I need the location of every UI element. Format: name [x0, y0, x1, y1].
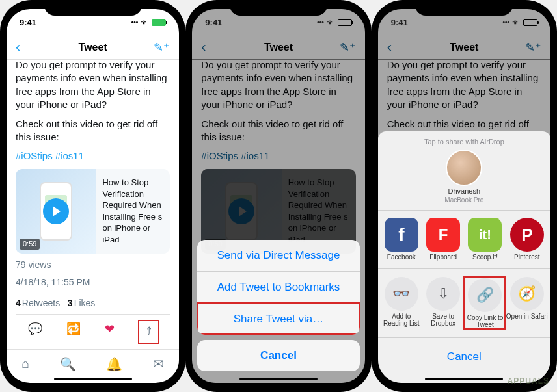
timestamp: 4/18/18, 11:55 PM: [16, 276, 170, 289]
tweet-stats[interactable]: 4Retweets 3Likes: [16, 293, 170, 315]
nav-bar: ‹ Tweet ✎⁺: [378, 35, 550, 60]
action-send-dm[interactable]: Send via Direct Message: [197, 240, 359, 271]
share-cancel[interactable]: Cancel: [378, 341, 550, 363]
facebook-icon: f: [385, 218, 418, 252]
status-time: 9:41: [391, 18, 408, 27]
divider: [378, 337, 550, 338]
home-indicator[interactable]: [425, 378, 503, 380]
share-pinterest[interactable]: P Pinterest: [506, 218, 548, 261]
signal-icon: •••: [131, 19, 139, 26]
status-time: 9:41: [205, 18, 222, 27]
contact-name: Dhvanesh: [448, 187, 481, 195]
phone-1: 9:41 ••• ᯤ ‹ Tweet ✎⁺ Do you get prompt …: [0, 0, 185, 392]
share-scoopit[interactable]: it! Scoop.it!: [464, 218, 506, 261]
divider: [378, 268, 550, 269]
compose-icon: ✎⁺: [525, 40, 541, 55]
flipboard-icon: F: [426, 218, 460, 252]
nav-bar: ‹ Tweet ✎⁺: [7, 35, 179, 60]
wifi-icon: ᯤ: [512, 18, 521, 27]
back-icon[interactable]: ‹: [16, 39, 20, 56]
screen-2: 9:41 ••• ᯤ ‹ Tweet ✎⁺ Do you get prompt …: [192, 9, 364, 383]
share-sheet: Tap to share with AirDrop Dhvanesh MacBo…: [378, 131, 550, 384]
video-card[interactable]: 0:59 How to Stop Verification Required W…: [16, 169, 170, 254]
watermark: APPUALS: [508, 376, 549, 385]
airdrop-hint: Tap to share with AirDrop: [378, 138, 550, 150]
wifi-icon: ᯤ: [327, 18, 335, 27]
tab-notifications[interactable]: 🔔: [106, 356, 122, 372]
tab-bar: ⌂ 🔍 🔔 ✉: [7, 349, 179, 378]
safari-icon: 🧭: [510, 277, 544, 311]
share-flipboard[interactable]: F Flipboard: [422, 218, 464, 261]
action-copy-link[interactable]: 🔗 Copy Link to Tweet: [464, 277, 506, 330]
notch: [44, 0, 142, 16]
tweet-body-1: Do you get prompt to verify your payment…: [16, 59, 170, 111]
page-title: Tweet: [192, 42, 364, 53]
avatar: [446, 150, 482, 186]
divider: [378, 210, 550, 211]
scoopit-icon: it!: [468, 218, 502, 252]
phone-3: 9:41 ••• ᯤ ‹ Tweet ✎⁺ Do you get prompt …: [372, 0, 557, 392]
app-row: f Facebook F Flipboard it! Scoop.it! P P…: [378, 214, 550, 265]
link-icon: 🔗: [468, 278, 502, 312]
signal-icon: •••: [317, 19, 324, 26]
notch: [415, 0, 513, 16]
screen-1: 9:41 ••• ᯤ ‹ Tweet ✎⁺ Do you get prompt …: [7, 9, 179, 383]
tweet-body-2: Check out this video to get rid off this…: [201, 118, 355, 144]
mock-phone: [225, 182, 258, 241]
action-row: 👓 Add to Reading List ⇩ Save to Dropbox …: [378, 273, 550, 333]
compose-icon: ✎⁺: [340, 40, 356, 55]
share-icon[interactable]: ⤴: [139, 321, 158, 342]
nav-bar: ‹ Tweet ✎⁺: [192, 35, 364, 60]
action-reading-list[interactable]: 👓 Add to Reading List: [381, 277, 422, 330]
tab-messages[interactable]: ✉: [153, 356, 164, 372]
action-cancel-group: Cancel: [197, 340, 359, 371]
hashtags[interactable]: #iOStips #ios11: [16, 150, 170, 163]
action-sheet-group: Send via Direct Message Add Tweet to Boo…: [197, 240, 359, 335]
notch: [230, 0, 327, 16]
action-sheet: Send via Direct Message Add Tweet to Boo…: [197, 240, 359, 376]
pinterest-icon: P: [510, 218, 544, 252]
tweet-body-1: Do you get prompt to verify your payment…: [387, 59, 541, 111]
tweet-body-1: Do you get prompt to verify your payment…: [201, 59, 355, 111]
compose-icon[interactable]: ✎⁺: [154, 40, 170, 55]
tweet-content: Do you get prompt to verify your payment…: [7, 59, 179, 350]
phone-2: 9:41 ••• ᯤ ‹ Tweet ✎⁺ Do you get prompt …: [185, 0, 371, 392]
tweet-body-2: Check out this video to get rid off this…: [16, 118, 170, 144]
video-thumbnail[interactable]: 0:59: [16, 169, 96, 254]
home-indicator[interactable]: [54, 378, 132, 380]
action-open-safari[interactable]: 🧭 Open in Safari: [506, 277, 548, 330]
like-icon[interactable]: ❤: [105, 321, 115, 342]
back-icon: ‹: [201, 39, 206, 56]
play-icon[interactable]: [43, 198, 69, 224]
back-icon: ‹: [387, 39, 392, 56]
action-dropbox[interactable]: ⇩ Save to Dropbox: [422, 277, 464, 330]
screen-3: 9:41 ••• ᯤ ‹ Tweet ✎⁺ Do you get prompt …: [378, 9, 550, 383]
battery-icon: [338, 19, 352, 26]
video-title: How to Stop Verification Required When I…: [96, 169, 170, 254]
action-share-via[interactable]: Share Tweet via…: [197, 303, 359, 335]
contact-device: MacBook Pro: [444, 196, 483, 203]
action-row: 💬 🔁 ❤ ⤴: [16, 315, 170, 349]
play-icon: [228, 198, 254, 224]
action-bookmark[interactable]: Add Tweet to Bookmarks: [197, 271, 359, 303]
dropbox-icon: ⇩: [426, 277, 460, 311]
tab-home[interactable]: ⌂: [21, 356, 29, 371]
battery-icon: [523, 19, 537, 26]
signal-icon: •••: [502, 19, 509, 26]
retweet-icon[interactable]: 🔁: [66, 321, 81, 342]
glasses-icon: 👓: [385, 277, 418, 311]
video-duration: 0:59: [20, 239, 40, 250]
page-title: Tweet: [378, 42, 550, 53]
view-count: 79 views: [16, 259, 170, 271]
tweet-content: Do you get prompt to verify your payment…: [192, 59, 364, 254]
share-facebook[interactable]: f Facebook: [381, 218, 422, 261]
tab-search[interactable]: 🔍: [60, 356, 76, 372]
airdrop-contact[interactable]: Dhvanesh MacBook Pro: [378, 150, 550, 203]
action-cancel[interactable]: Cancel: [197, 340, 359, 371]
hashtags: #iOStips #ios11: [201, 150, 355, 163]
wifi-icon: ᯤ: [141, 18, 149, 27]
reply-icon[interactable]: 💬: [28, 321, 42, 342]
status-time: 9:41: [20, 18, 36, 27]
home-indicator[interactable]: [239, 378, 318, 380]
battery-icon: [152, 19, 166, 26]
